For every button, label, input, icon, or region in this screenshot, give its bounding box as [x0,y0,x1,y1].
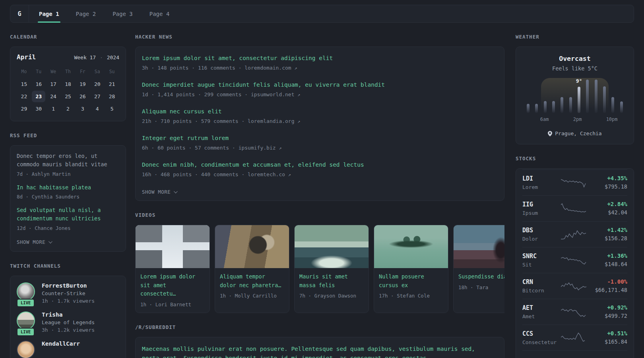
page-tab[interactable]: Page 4 [141,5,178,22]
weekday-label: Fr [75,69,90,74]
weather-bar-cell: 9° [575,80,583,113]
video-card[interactable]: Mauris sit amet massa felis 7h · Grayson… [294,225,369,313]
twitch-channel-row[interactable]: LIVE Trisha League of Legends 3h · 1.2k … [17,311,119,333]
hackernews-item-domain[interactable]: ipsumify.biz [239,145,276,151]
video-title: Aliquam tempor dolor nec pharetra… [220,272,284,290]
hackernews-item-title[interactable]: Lorem ipsum dolor sit amet, consectetur … [142,54,498,62]
video-card[interactable]: Aliquam tempor dolor nec pharetra… 1h · … [215,225,289,313]
hackernews-show-more-button[interactable]: SHOW MORE [142,189,177,195]
external-link-icon: ↗ [288,172,291,177]
twitch-channel-row[interactable]: LIVE ForrestBurton Counter-Strike 1h · 1… [17,282,119,304]
calendar-day: 18 [61,78,75,90]
weekday-header-row: MoTuWeThFrSaSu [17,69,119,74]
weather-axis-tick [565,117,573,122]
avatar [17,340,35,358]
weather-axis-tick [590,117,598,122]
calendar-widget: CALENDAR April Week 17 · 2024 MoTuWeThFr… [10,34,126,121]
weekday-label: Tu [31,69,46,74]
stock-sparkline [561,356,587,358]
stock-row[interactable]: CCS Consectetur +0.51% $165.84 [522,325,627,350]
weather-feels-like: Feels like 5°C [524,65,626,72]
calendar-day: 20 [91,78,104,90]
weather-condition: Overcast [524,55,626,62]
subreddit-post: Maecenas mollis pulvinar erat non posuer… [142,344,498,358]
weather-bars: 9° [524,80,626,113]
weather-bar-cell [600,80,609,113]
hackernews-item: Lorem ipsum dolor sit amet, consectetur … [142,54,498,71]
video-meta: 18h · Tara [458,284,504,290]
weekday-label: Sa [90,69,105,74]
external-link-icon: ↗ [295,65,297,71]
stock-symbol: CRN [522,278,557,286]
video-card[interactable]: Nullam posuere cursus ex 17h · Stefan Co… [374,225,448,313]
calendar-day: 25 [61,91,75,102]
weather-axis-tick: 10pm [606,117,618,122]
weekday-label: Su [105,69,119,74]
twitch-section-title: TWITCH CHANNELS [10,263,126,269]
page-tab[interactable]: Page 2 [68,5,105,22]
left-column: CALENDAR April Week 17 · 2024 MoTuWeThFr… [10,34,126,358]
rss-card: Donec tempor eros leo, ut commodo mauris… [10,145,126,252]
rss-show-more-button[interactable]: SHOW MORE [17,239,51,245]
hackernews-item-title[interactable]: Integer eget rutrum lorem [142,134,498,142]
current-temperature-label: 9° [576,78,582,84]
twitch-channel-row[interactable]: KendallCarr [17,340,119,358]
hackernews-item-meta: 21h · 710 points · 579 comments · [142,118,244,124]
hackernews-item-domain[interactable]: loremlandia.org [248,118,294,124]
calendar-day: 29 [17,103,31,115]
stock-price: $148.64 [591,261,627,267]
separator-dot: · [99,54,104,60]
rss-item: In hac habitasse platea 8d · Cynthia Sau… [17,183,119,200]
avatar [17,282,35,301]
stock-row[interactable]: AHS +0.46% [522,350,627,358]
hackernews-item-domain[interactable]: loremtech.co [248,171,285,177]
stock-sparkline [561,280,587,292]
weather-card: Overcast Feels like 5°C 9° 6am2pm10pm Pr… [516,47,634,144]
hackernews-item-domain[interactable]: loremdomain.com [244,65,291,71]
stock-row[interactable]: AET Amet +0.92% $499.72 [522,299,627,325]
hackernews-item-meta: 6h · 60 points · 57 comments · [142,145,235,151]
middle-column: HACKER NEWS Lorem ipsum dolor sit amet, … [135,34,504,358]
subreddit-post-title[interactable]: Maecenas mollis pulvinar erat non posuer… [142,344,485,358]
weather-axis-tick: 2pm [573,117,582,122]
video-thumbnail [136,225,209,268]
stock-price: $499.72 [591,313,627,319]
hackernews-item: Integer eget rutrum lorem 6h · 60 points… [142,134,498,151]
stock-price: $42.04 [591,209,627,216]
stock-row[interactable]: SNRC Sit +1.36% $148.64 [522,247,627,273]
rss-item-title[interactable]: Sed volutpat nulla nisl, a condimentum n… [17,206,119,223]
calendar-day: 15 [17,78,31,90]
stocks-widget: STOCKS LDI Lorem + [516,156,634,358]
weather-hourly-chart: 9° 6am2pm10pm [524,80,626,124]
subreddit-widget: /R/SUBREDDIT Maecenas mollis pulvinar er… [135,324,504,358]
stock-row[interactable]: CRN Bitcorn -1.00% $66,171.48 [522,273,627,299]
videos-row: Lorem ipsum dolor sit amet consectetu… 1… [135,225,504,313]
app-logo[interactable]: G [10,5,29,22]
stock-name: Lorem [522,184,557,190]
stock-row[interactable]: DBS Dolor +1.42% $156.28 [522,221,627,247]
video-meta: 1h · Lori Barnett [140,302,205,307]
weather-axis-tick [532,117,540,122]
hackernews-item-domain[interactable]: ipsumworld.net [251,91,295,97]
hackernews-item-title[interactable]: Donec enim nibh, condimentum et accumsan… [142,161,498,169]
hackernews-item-title[interactable]: Donec imperdiet augue tincidunt felis al… [142,81,498,89]
rss-item-meta: 8d · Cynthia Saunders [17,194,119,200]
stock-row[interactable]: IIG Ipsum +2.84% $42.04 [522,195,627,221]
stock-row[interactable]: LDI Lorem +4.35% $795.18 [522,169,627,195]
page-tab[interactable]: Page 1 [31,5,68,22]
calendar-week-number: 17 [90,54,96,60]
video-card[interactable]: Suspendisse diam 18h · Tara [453,225,504,313]
video-card[interactable]: Lorem ipsum dolor sit amet consectetu… 1… [135,225,210,313]
weather-axis-tick [598,117,606,122]
rss-item-title[interactable]: In hac habitasse platea [17,183,119,192]
subreddit-card: Maecenas mollis pulvinar erat non posuer… [135,337,504,358]
page-tab[interactable]: Page 3 [104,5,141,22]
rss-widget: RSS FEED Donec tempor eros leo, ut commo… [10,132,126,252]
external-link-icon: ↗ [297,92,300,97]
weather-axis-tick [582,117,590,122]
stock-sparkline [561,305,587,318]
rss-item-title[interactable]: Donec tempor eros leo, ut commodo mauris… [17,152,119,169]
hackernews-item-title[interactable]: Aliquam nec cursus elit [142,107,498,116]
hackernews-section-title: HACKER NEWS [135,34,504,40]
stock-sparkline [561,202,587,215]
